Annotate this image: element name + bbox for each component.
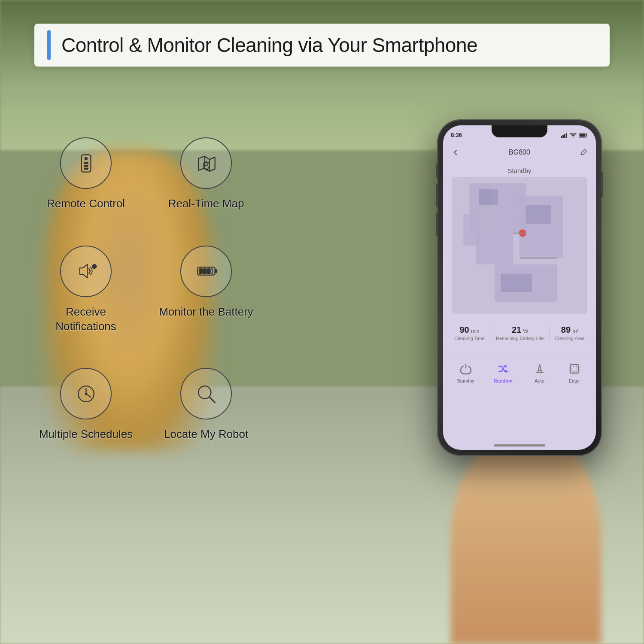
random-btn-icon [497,363,509,375]
random-icon [495,361,511,377]
svg-rect-34 [463,214,479,246]
svg-rect-3 [84,165,88,167]
page-title: Control & Monitor Cleaning via Your Smar… [61,33,477,57]
cleaning-time-value: 90 min [454,325,484,335]
clock-icon [74,382,98,406]
svg-rect-4 [84,168,88,169]
status-time: 8:36 [451,132,462,138]
random-button[interactable]: Random [490,358,516,387]
search-icon [194,382,218,406]
battery-life-label: Remaining Battery Life [496,336,544,341]
real-time-map-icon-circle [180,137,232,189]
wifi-icon [570,133,577,138]
svg-marker-8 [79,264,87,278]
stat-divider-2 [549,327,550,339]
volume-up-button [436,184,438,207]
feature-real-time-map: Real-Time Map [155,137,258,211]
stat-divider-1 [490,327,490,339]
auto-button[interactable]: Auto [529,358,551,387]
auto-btn-label: Auto [535,378,544,383]
svg-rect-11 [215,270,217,273]
remote-control-label: Remote Control [47,197,125,211]
edge-icon [567,361,582,377]
svg-rect-12 [199,269,202,273]
locate-icon-circle [180,368,232,419]
svg-point-19 [85,393,87,395]
app-title: BG800 [509,149,530,156]
map-area [452,177,587,314]
svg-rect-25 [566,133,567,138]
page-wrapper: Control & Monitor Cleaning via Your Smar… [0,0,644,644]
feature-battery: Monitor the Battery [155,246,258,334]
random-btn-label: Random [494,378,513,383]
notifications-label: Receive Notifications [34,305,137,334]
svg-point-9 [92,264,96,268]
edge-button[interactable]: Edge [563,358,586,387]
svg-line-21 [209,397,215,403]
edit-button[interactable] [577,146,589,158]
signal-icon [561,133,568,138]
cleaning-time-stat: 90 min Cleaning Time [454,325,484,341]
stats-row: 90 min Cleaning Time 21 % Remaining Batt… [443,321,596,345]
auto-btn-icon [534,363,546,375]
svg-rect-32 [519,196,563,258]
schedules-label: Multiple Schedules [39,427,133,442]
schedules-icon-circle [60,368,112,419]
back-arrow-icon [452,149,459,156]
cleaning-time-label: Cleaning Time [454,336,484,341]
battery-label: Monitor the Battery [159,305,253,319]
svg-rect-46 [572,366,577,371]
standby-btn-icon [460,363,472,375]
standby-icon [458,361,474,377]
controls-row: Standby Rando [443,353,596,391]
svg-rect-22 [561,136,562,138]
svg-point-7 [204,162,207,165]
back-button[interactable] [450,146,462,158]
svg-rect-45 [570,365,579,373]
svg-rect-35 [479,189,498,205]
phone-container: 8:36 [416,120,623,455]
power-button [601,172,603,197]
notification-icon [74,259,98,283]
status-icons [561,133,588,138]
svg-rect-14 [207,269,210,273]
feature-remote-control: Remote Control [34,137,137,211]
app-header: BG800 [443,143,596,162]
svg-rect-23 [562,135,564,138]
remote-control-icon [74,152,98,175]
cleaning-area-label: Cleaning Area [555,336,585,341]
standby-label: Standby [443,165,596,176]
notifications-icon-circle [60,246,112,297]
cleaning-area-stat: 89 m² Cleaning Area [555,325,585,341]
feature-locate: Locate My Robot [155,368,258,442]
feature-notifications: Receive Notifications [34,246,137,334]
phone-frame: 8:36 [438,120,601,455]
standby-btn-label: Standby [457,378,474,383]
map-icon [194,152,218,175]
svg-point-1 [85,157,87,160]
edit-icon [580,149,587,156]
locate-label: Locate My Robot [164,427,249,442]
feature-schedules: Multiple Schedules [34,368,137,442]
svg-rect-13 [203,269,206,273]
header-banner: Control & Monitor Cleaning via Your Smar… [34,24,610,67]
svg-rect-27 [586,134,587,136]
silent-switch [436,163,438,178]
battery-life-stat: 21 % Remaining Battery Life [496,325,544,341]
bg-arm [451,429,601,644]
volume-down-button [436,213,438,236]
svg-rect-2 [84,162,88,164]
battery-life-value: 21 % [496,325,544,335]
svg-rect-37 [501,273,532,292]
battery-status-icon [579,133,588,138]
edge-btn-label: Edge [569,378,580,383]
cleaning-area-value: 89 m² [555,325,585,335]
real-time-map-label: Real-Time Map [168,197,244,211]
features-grid: Remote Control Real-Time Map [26,129,266,450]
header-accent [47,30,51,60]
svg-rect-36 [526,205,551,224]
standby-button[interactable]: Standby [453,358,477,387]
svg-rect-31 [476,233,513,264]
remote-control-icon-circle [60,137,112,189]
home-indicator [494,444,545,447]
